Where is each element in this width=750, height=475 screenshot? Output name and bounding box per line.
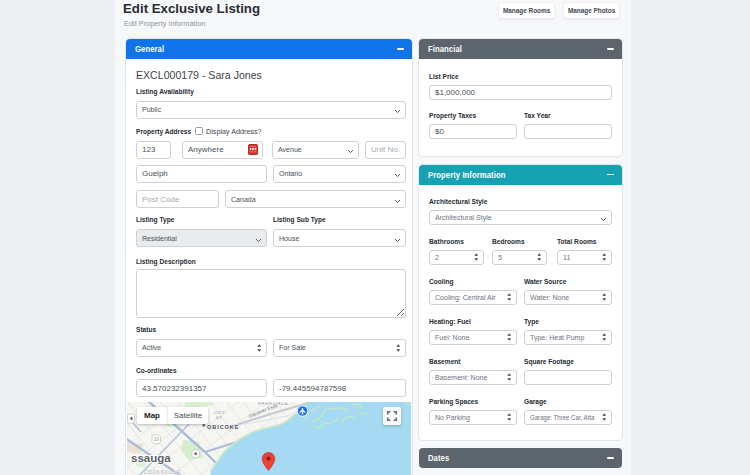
extension-badge-icon[interactable] [248, 144, 259, 155]
bathrooms-select[interactable]: 2 [429, 250, 484, 265]
map-poi-label: ST [216, 415, 222, 420]
water-source-label: Water Source [524, 277, 566, 286]
tax-year-label: Tax Year [524, 111, 551, 120]
city-input[interactable] [136, 165, 267, 183]
tax-year-input[interactable] [524, 124, 613, 139]
updown-arrows-icon [536, 253, 542, 263]
coordinates-label: Co-ordinates [136, 366, 177, 375]
fullscreen-icon [387, 411, 397, 421]
listing-description-textarea[interactable] [136, 269, 406, 318]
updown-arrows-icon [601, 293, 607, 303]
road-shield [128, 414, 135, 423]
collapse-icon[interactable] [607, 48, 614, 50]
latitude-input[interactable] [136, 379, 267, 397]
basement-select[interactable]: Basement: None [429, 370, 517, 385]
listing-availability-select[interactable]: Public [136, 101, 406, 119]
chevron-down-icon [255, 236, 262, 245]
display-address-checkbox[interactable] [195, 127, 203, 135]
parking-spaces-label: Parking Spaces [429, 397, 478, 406]
status-label: Status [136, 325, 156, 334]
sale-status-select[interactable]: For Sale [273, 339, 406, 357]
collapse-icon[interactable] [607, 174, 614, 176]
status-select[interactable]: Active [136, 339, 267, 357]
bedrooms-select[interactable]: 5 [492, 250, 547, 265]
collapse-icon[interactable] [397, 48, 404, 50]
updown-arrows-icon [601, 253, 607, 263]
chevron-down-icon [600, 215, 607, 224]
page-title: Edit Exclusive Listing [123, 1, 260, 16]
square-footage-input[interactable] [524, 370, 613, 385]
dates-panel-title: Dates [428, 453, 449, 463]
updown-arrows-icon [601, 333, 607, 343]
heating-fuel-select[interactable]: Fuel: None [429, 330, 517, 345]
listing-sub-type-select[interactable]: House [273, 229, 406, 247]
map-type-satellite-button[interactable]: Satellite [168, 407, 208, 424]
map-poi-marker [203, 424, 206, 427]
updown-arrows-icon [506, 373, 512, 383]
longitude-input[interactable] [273, 379, 406, 397]
listing-type-label: Listing Type [136, 215, 174, 224]
listing-sub-type-label: Listing Sub Type [273, 215, 326, 224]
map-type-map-button[interactable]: Map [137, 407, 168, 424]
updown-arrows-icon [256, 344, 262, 354]
collapse-icon[interactable] [607, 457, 614, 459]
street-number-input[interactable] [136, 141, 171, 159]
chevron-down-icon [394, 171, 401, 180]
total-rooms-label: Total Rooms [557, 237, 596, 246]
unit-number-input[interactable] [365, 141, 406, 159]
airport-icon [297, 405, 308, 416]
map-fullscreen-button[interactable] [383, 407, 401, 425]
province-select[interactable]: Ontario [273, 165, 406, 183]
manage-rooms-button[interactable]: Manage Rooms [498, 2, 555, 19]
financial-panel-header[interactable]: Financial [419, 39, 622, 59]
bedrooms-label: Bedrooms [492, 237, 525, 246]
dates-panel-header[interactable]: Dates [419, 448, 622, 468]
updown-arrows-icon [473, 253, 479, 263]
page: Edit Exclusive Listing Edit Property Inf… [0, 0, 750, 475]
water-source-select[interactable]: Water: None [524, 290, 613, 305]
map-poi-label: CITY [214, 410, 225, 415]
updown-arrows-icon [601, 413, 607, 423]
property-information-panel: Property Information Architectural Style… [419, 165, 622, 440]
general-panel-header[interactable]: General [126, 39, 412, 59]
heating-type-label: Type [524, 317, 539, 326]
manage-photos-button[interactable]: Manage Photos [563, 2, 620, 19]
map-type-control: Map Satellite [137, 407, 208, 424]
listing-heading: EXCL000179 - Sara Jones [136, 69, 262, 81]
country-select[interactable]: Canada [225, 190, 406, 208]
property-address-label: Property Address [136, 127, 191, 136]
updown-arrows-icon [506, 333, 512, 343]
heating-fuel-label: Heating: Fuel [429, 317, 471, 326]
listing-type-select[interactable]: Residential [136, 229, 267, 247]
updown-arrows-icon [506, 413, 512, 423]
street-type-select[interactable]: Avenue [272, 141, 359, 159]
road-shield [192, 450, 200, 458]
chevron-down-icon [394, 107, 401, 116]
listing-availability-label: Listing Availability [136, 87, 194, 96]
listing-description-label: Listing Description [136, 257, 196, 266]
display-address-label: Display Address? [206, 127, 262, 136]
map-etobicoke-label: OBICOKE [207, 424, 239, 430]
property-taxes-label: Property Taxes [429, 111, 476, 120]
architectural-style-label: Architectural Style [429, 197, 487, 206]
list-price-input[interactable] [429, 85, 612, 100]
page-subtitle: Edit Property Information [124, 19, 205, 29]
parking-spaces-select[interactable]: No Parking [429, 410, 517, 425]
heating-type-select[interactable]: Type: Heat Pump [524, 330, 613, 345]
post-code-input[interactable] [136, 190, 219, 208]
map-cooksville-label: COOKSVILLE [144, 470, 181, 475]
cooling-select[interactable]: Cooling: Central Air [429, 290, 517, 305]
garage-select[interactable]: Garage: Three Car, Atta [524, 410, 613, 425]
financial-panel-title: Financial [428, 44, 462, 54]
map[interactable]: 10 ssauga COOKSVILLE PARKDALE OBICOKE CI… [127, 402, 411, 475]
total-rooms-select[interactable]: 11 [557, 250, 612, 265]
property-information-panel-header[interactable]: Property Information [419, 165, 622, 185]
architectural-style-select[interactable]: Architectural Style [429, 210, 612, 225]
list-price-label: List Price [429, 72, 459, 81]
cooling-label: Cooling [429, 277, 454, 286]
general-panel: General EXCL000179 - Sara Jones Listing … [126, 39, 412, 475]
chevron-down-icon [394, 236, 401, 245]
svg-text:10: 10 [154, 437, 160, 442]
property-taxes-input[interactable] [429, 124, 517, 139]
square-footage-label: Square Footage [524, 357, 574, 366]
